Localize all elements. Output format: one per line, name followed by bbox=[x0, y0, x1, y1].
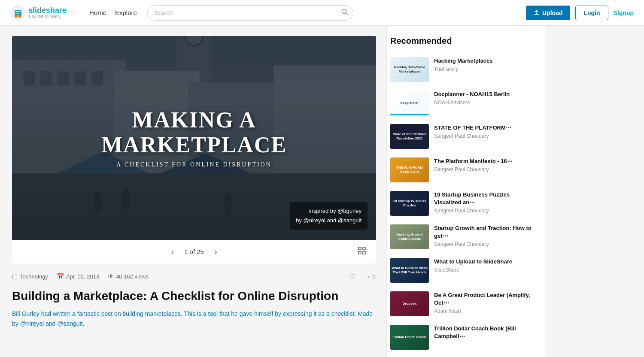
recommended-item-platform-manifesto[interactable]: THE PLATFORM MANIFESTO The Platform Mani… bbox=[387, 153, 538, 187]
rec-author: Sangeet Paul Choudary bbox=[434, 166, 535, 172]
rec-author: Sangeet Paul Choudary bbox=[434, 133, 535, 139]
site-header: slideshare a Scribd company Home Explore… bbox=[0, 0, 644, 26]
svg-rect-30 bbox=[363, 247, 365, 250]
main-layout: MAKING A MARKETPLACE A CHECKLIST FOR ONL… bbox=[0, 26, 644, 357]
rec-thumb-label: Dropbox bbox=[401, 300, 418, 307]
rec-title: Hacking Marketplaces bbox=[434, 57, 535, 65]
slide-controls-bar: ‹ 1 of 25 › bbox=[12, 240, 376, 263]
rec-info: Docplanner - NOAH15 Berlin NOAH Advisors bbox=[434, 91, 535, 106]
login-button[interactable]: Login bbox=[575, 6, 608, 20]
slide-text: MAKING A MARKETPLACE A CHECKLIST FOR ONL… bbox=[93, 99, 295, 176]
svg-rect-32 bbox=[363, 251, 365, 254]
rec-title: STATE OF THE PLATFORM⋯ bbox=[434, 124, 535, 132]
rec-title: Startup Growth and Traction: How to get⋯ bbox=[434, 224, 535, 240]
rec-info: What to Upload to SlideShare SlideShare bbox=[434, 258, 535, 273]
rec-title: 10 Startup Business Puzzles Visualized a… bbox=[434, 191, 535, 206]
meta-actions: ♡ →○ bbox=[349, 271, 376, 281]
rec-thumb-label: docplanner bbox=[399, 100, 420, 106]
presentation-title: Building a Marketplace: A Checklist for … bbox=[12, 288, 376, 304]
upload-button[interactable]: Upload bbox=[526, 6, 570, 20]
rec-thumb-label: State of the Platform Revolution 2021 bbox=[390, 131, 429, 142]
rec-author: TheFamily bbox=[434, 66, 535, 72]
svg-rect-31 bbox=[358, 251, 361, 254]
rec-thumb-label: What to Upload: Ideas That Will Turn Hea… bbox=[390, 265, 429, 275]
svg-point-5 bbox=[15, 15, 17, 18]
svg-point-6 bbox=[19, 15, 21, 18]
share-button[interactable]: →○ bbox=[362, 271, 376, 281]
rec-title: Be A Great Product Leader (Amplify, Oct⋯ bbox=[434, 291, 535, 307]
logo-share: share bbox=[46, 6, 67, 15]
main-nav: Home Explore bbox=[89, 9, 137, 16]
rec-info: Startup Growth and Traction: How to get⋯… bbox=[434, 224, 535, 247]
slide-next-button[interactable]: › bbox=[211, 245, 221, 258]
rec-author: Sangeet Paul Choudary bbox=[434, 241, 535, 247]
slide-prev-button[interactable]: ‹ bbox=[167, 245, 177, 258]
recommended-list: Hacking Two-Sided Marketplaces Hacking M… bbox=[387, 53, 538, 354]
meta-views-text: 40,162 views bbox=[116, 273, 149, 280]
rec-info: Trillion Dollar Coach Book (Bill Campbel… bbox=[434, 325, 535, 342]
slide-counter: 1 of 25 bbox=[184, 248, 204, 255]
slideshare-logo-icon bbox=[10, 5, 26, 21]
logo[interactable]: slideshare a Scribd company bbox=[10, 5, 79, 21]
rec-thumbnail: THE PLATFORM MANIFESTO bbox=[390, 157, 429, 182]
recommended-item-hacking-marketplaces[interactable]: Hacking Two-Sided Marketplaces Hacking M… bbox=[387, 53, 538, 86]
nav-home[interactable]: Home bbox=[89, 9, 106, 16]
calendar-icon: 📅 bbox=[57, 273, 64, 280]
rec-info: Be A Great Product Leader (Amplify, Oct⋯… bbox=[434, 291, 535, 314]
rec-title: What to Upload to SlideShare bbox=[434, 258, 535, 266]
meta-date-text: Apr. 02, 2013 bbox=[66, 273, 99, 280]
rec-thumb-label: Hacking Two-Sided Marketplaces bbox=[390, 64, 429, 75]
meta-category: ▢ Technology bbox=[12, 273, 48, 280]
rec-thumb-label: THE PLATFORM MANIFESTO bbox=[390, 164, 429, 175]
attribution-line1: inspired by @bgurley bbox=[296, 206, 361, 216]
rec-info: 10 Startup Business Puzzles Visualized a… bbox=[434, 191, 535, 214]
rec-thumbnail: Hacking Growth Contributions bbox=[390, 224, 429, 249]
logo-slide: slide bbox=[28, 6, 46, 15]
upload-icon bbox=[534, 10, 540, 16]
rec-thumbnail: State of the Platform Revolution 2021 bbox=[390, 124, 429, 149]
nav-explore[interactable]: Explore bbox=[115, 9, 137, 16]
meta-views: 👁 40,162 views bbox=[108, 273, 149, 280]
slide-subtitle: A CHECKLIST FOR ONLINE DISRUPTION bbox=[101, 161, 287, 168]
sidebar-heading: Recommended bbox=[387, 36, 538, 46]
logo-subtitle: a Scribd company bbox=[28, 15, 67, 19]
views-icon: 👁 bbox=[108, 273, 114, 280]
rec-info: The Platform Manifesto - 16⋯ Sangeet Pau… bbox=[434, 157, 535, 172]
rec-thumbnail: Hacking Two-Sided Marketplaces bbox=[390, 57, 429, 82]
meta-category-text: Technology bbox=[20, 273, 48, 280]
rec-thumbnail: Trillion Dollar Coach bbox=[390, 325, 429, 350]
rec-author: Sangeet Paul Choudary bbox=[434, 208, 535, 214]
meta-date: 📅 Apr. 02, 2013 bbox=[57, 273, 99, 280]
upload-label: Upload bbox=[542, 9, 562, 16]
svg-rect-29 bbox=[358, 247, 361, 250]
rec-title: Docplanner - NOAH15 Berlin bbox=[434, 91, 535, 98]
rec-thumb-label: Trillion Dollar Coach bbox=[392, 334, 428, 341]
recommended-item-docplanner-noah15[interactable]: docplanner Docplanner - NOAH15 Berlin NO… bbox=[387, 86, 538, 120]
main-content: MAKING A MARKETPLACE A CHECKLIST FOR ONL… bbox=[0, 26, 386, 357]
rec-thumb-label: Hacking Growth Contributions bbox=[390, 231, 429, 242]
category-icon: ▢ bbox=[12, 273, 18, 280]
logo-text: slideshare a Scribd company bbox=[28, 6, 67, 19]
header-actions: Upload Login Signup bbox=[526, 6, 634, 20]
rec-author: SlideShare bbox=[434, 267, 535, 273]
rec-info: STATE OF THE PLATFORM⋯ Sangeet Paul Chou… bbox=[434, 124, 535, 139]
recommended-item-great-product-leader[interactable]: Dropbox Be A Great Product Leader (Ampli… bbox=[387, 287, 538, 321]
rec-thumbnail: Dropbox bbox=[390, 291, 429, 316]
slide-attribution: inspired by @bgurley by @nireyal and @sa… bbox=[290, 202, 368, 230]
recommended-item-what-to-upload[interactable]: What to Upload: Ideas That Will Turn Hea… bbox=[387, 254, 538, 287]
attribution-line2: by @nireyal and @sanguit bbox=[296, 216, 361, 225]
fullscreen-button[interactable] bbox=[356, 245, 368, 258]
svg-rect-2 bbox=[15, 11, 21, 12]
rec-title: Trillion Dollar Coach Book (Bill Campbel… bbox=[434, 325, 535, 340]
slide-main-title: MAKING A MARKETPLACE bbox=[101, 108, 287, 157]
recommended-item-state-platform[interactable]: State of the Platform Revolution 2021 ST… bbox=[387, 120, 538, 153]
like-button[interactable]: ♡ bbox=[349, 271, 356, 281]
fullscreen-icon bbox=[358, 247, 366, 254]
signup-button[interactable]: Signup bbox=[614, 9, 634, 16]
slide-display[interactable]: MAKING A MARKETPLACE A CHECKLIST FOR ONL… bbox=[12, 36, 376, 240]
recommended-item-startup-growth[interactable]: Hacking Growth Contributions Startup Gro… bbox=[387, 220, 538, 254]
rec-thumbnail: docplanner bbox=[390, 91, 429, 115]
search-input[interactable] bbox=[147, 5, 353, 21]
recommended-item-startup-puzzles[interactable]: 10 Startup Business Puzzles 10 Startup B… bbox=[387, 187, 538, 220]
recommended-item-trillion-dollar-coach[interactable]: Trillion Dollar Coach Trillion Dollar Co… bbox=[387, 321, 538, 354]
